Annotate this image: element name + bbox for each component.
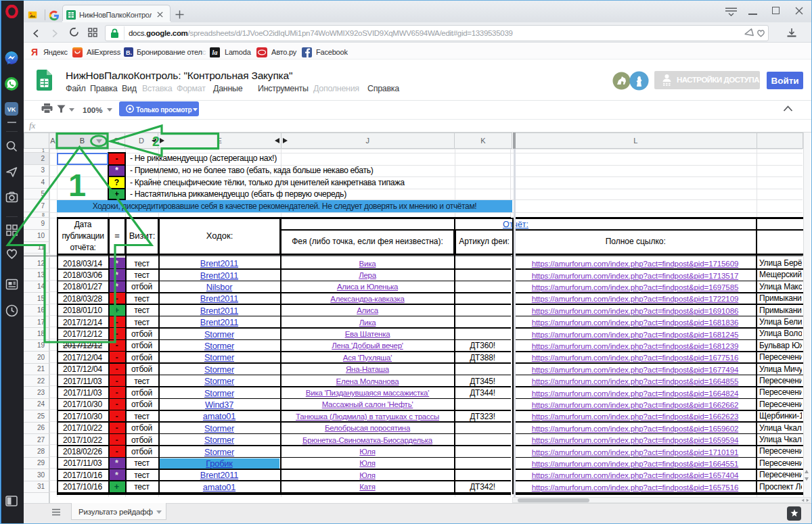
svg-text:2: 2	[152, 134, 160, 149]
svg-text:1: 1	[68, 167, 86, 203]
